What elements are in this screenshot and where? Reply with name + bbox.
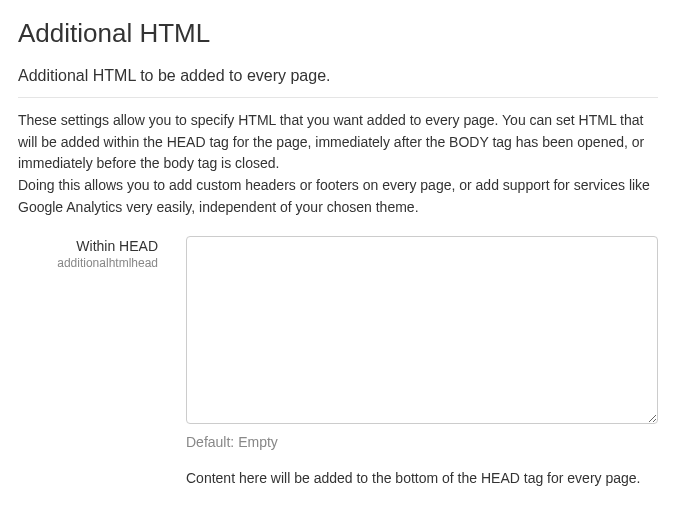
divider — [18, 97, 658, 98]
within-head-setting-name: additionalhtmlhead — [18, 256, 158, 270]
label-column: Within HEAD additionalhtmlhead — [18, 236, 158, 270]
page-description: These settings allow you to specify HTML… — [18, 110, 658, 218]
description-paragraph-1: These settings allow you to specify HTML… — [18, 112, 644, 171]
within-head-default-hint: Default: Empty — [186, 434, 658, 450]
form-row-within-head: Within HEAD additionalhtmlhead Default: … — [18, 236, 658, 490]
input-column: Default: Empty Content here will be adde… — [186, 236, 658, 490]
page-title: Additional HTML — [18, 18, 658, 49]
description-paragraph-2: Doing this allows you to add custom head… — [18, 177, 650, 215]
within-head-label: Within HEAD — [18, 238, 158, 254]
page-subtitle: Additional HTML to be added to every pag… — [18, 67, 658, 85]
within-head-help-text: Content here will be added to the bottom… — [186, 468, 658, 490]
within-head-textarea[interactable] — [186, 236, 658, 424]
